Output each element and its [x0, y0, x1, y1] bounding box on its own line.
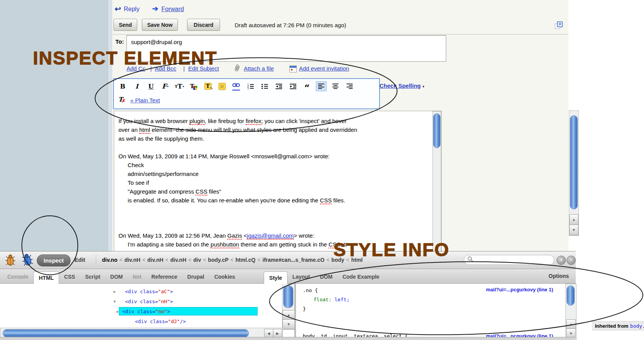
expand-icon[interactable]: ▶ [113, 287, 116, 297]
search-input[interactable] [473, 257, 544, 263]
scroll-up-button[interactable]: ▲ [569, 214, 578, 225]
firebug-tab-net[interactable]: Net [128, 270, 146, 284]
highlight-icon[interactable]: T✎ [202, 81, 213, 91]
plain-text-link[interactable]: « Plain Text [130, 97, 160, 103]
emoticon-icon[interactable]: ☺ [217, 81, 227, 91]
blockquote-icon[interactable]: “ [302, 81, 312, 91]
align-left-icon[interactable] [316, 81, 327, 91]
firebug-tab-reference[interactable]: Reference [146, 270, 182, 284]
breadcrumb-item[interactable]: div.no [102, 257, 117, 263]
numbered-list-icon[interactable]: 123 [245, 81, 256, 91]
tree-node[interactable]: <div class="dJ"/> [0, 317, 280, 327]
firebug-close-button[interactable]: × [567, 256, 576, 265]
page-scrollbar[interactable]: ▲ ▼ [569, 110, 579, 236]
firebug-tab-html[interactable]: HTML [33, 271, 59, 284]
indent-icon[interactable] [288, 81, 298, 91]
collapse-icon[interactable]: ▼ [113, 297, 116, 307]
firebug-tab-dom[interactable]: DOM [105, 270, 128, 284]
firebug-content: ▶<div class="aC">▼<div class="nH">▶<div … [0, 284, 576, 340]
css-selector[interactable]: .no { [303, 287, 318, 293]
message-line: "Aggregate and compress CSS files" [128, 187, 221, 196]
breadcrumb-item[interactable]: div.nH [147, 257, 163, 263]
inherited-element-link[interactable]: body [630, 323, 642, 329]
draft-status: Draft autosaved at 7:26 PM (0 minutes ag… [235, 22, 346, 28]
add-event-link[interactable]: Add event invitation [299, 65, 349, 72]
reply-arrow-icon: ↩ [115, 4, 121, 13]
message-line: admin/settings/performance [128, 169, 199, 178]
breadcrumb-item[interactable]: div [193, 257, 201, 263]
send-button[interactable]: Send [113, 19, 137, 31]
tree-node[interactable]: ▼<div class="nH"> [0, 297, 280, 307]
tree-node[interactable]: ▶<div class="aC"> [0, 287, 280, 297]
breadcrumb-item[interactable]: div.nH [124, 257, 140, 263]
font-icon[interactable]: F▾ [160, 81, 171, 91]
firebug-search-box[interactable] [464, 255, 554, 265]
remove-formatting-icon[interactable]: T✗ [117, 94, 127, 104]
bold-icon[interactable]: B [117, 81, 128, 91]
formatting-toolbar: BIUF▾TT▾TT✎☺123“ T✗ « Plain Text [113, 78, 380, 109]
insert-link-icon[interactable] [231, 81, 242, 91]
firebug-tab-drupal[interactable]: Drupal [182, 270, 209, 284]
message-line: On Wed, May 13, 2009 at 1:14 PM, Margie … [118, 152, 330, 161]
message-line: as well as the file supplying them. [118, 134, 204, 143]
tree-vscrollbar[interactable]: ▲ ▼ [282, 284, 295, 330]
firebug-tab-css[interactable]: CSS [59, 270, 80, 284]
firebug-detach-button[interactable]: ∗ [557, 256, 566, 265]
popout-icon[interactable] [554, 21, 564, 32]
css-declaration[interactable]: float: left; [314, 297, 350, 302]
style-side-tab-code-example[interactable]: Code Example [337, 270, 384, 284]
underline-icon[interactable]: U [146, 81, 156, 91]
tree-hscrollbar-thumb[interactable] [3, 329, 249, 337]
font-size-icon[interactable]: TT▾ [174, 81, 185, 91]
breadcrumb-item[interactable]: iframe#can...s_frame.cO [263, 257, 325, 263]
style-vscrollbar[interactable]: ▲ ▼ [565, 284, 577, 340]
style-side-tab-dom[interactable]: DOM [315, 270, 338, 284]
inherited-from-row: Inherited from body.cP [592, 321, 644, 330]
message-line: is enabled. If so, disable it. You can r… [128, 196, 345, 205]
save-now-button[interactable]: Save Now [142, 19, 178, 31]
check-spelling-link[interactable]: Check Spelling ▾ [380, 82, 424, 89]
page-left-panel [0, 0, 112, 253]
firebug-breadcrumb[interactable]: div.no<div.nH<div.nH<div.nH<div<body.cP<… [102, 257, 363, 263]
message-scrollbar[interactable] [432, 111, 441, 253]
tree-scroll-down-button[interactable]: ▼ [283, 319, 295, 329]
tree-vscrollbar-thumb[interactable] [283, 286, 293, 308]
window-bottom-edge [0, 337, 576, 340]
italic-icon[interactable]: I [131, 81, 142, 91]
to-value: support@drupal.org [131, 39, 182, 45]
text-color-icon[interactable]: T [188, 81, 199, 91]
tree-scroll-up-button[interactable]: ▲ [283, 310, 295, 320]
message-body[interactable]: If you install a web browser plugin, lik… [114, 111, 442, 253]
align-right-icon[interactable] [344, 81, 355, 91]
inspect-bug-icon[interactable] [19, 251, 36, 270]
breadcrumb-item[interactable]: div.nH [170, 257, 186, 263]
message-line: If you install a web browser plugin, lik… [118, 117, 347, 125]
style-info-annotation: STYLE INFO [334, 241, 450, 259]
discard-button[interactable]: Discard [187, 19, 220, 31]
align-center-icon[interactable] [330, 81, 341, 91]
outdent-icon[interactable] [273, 81, 284, 91]
style-vscrollbar-thumb[interactable] [567, 286, 575, 306]
firebug-tab-cookies[interactable]: Cookies [209, 270, 240, 284]
forward-link[interactable]: Forward [161, 6, 184, 13]
breadcrumb-item[interactable]: body.cP [208, 257, 228, 263]
style-side-tab-layout[interactable]: Layout [288, 270, 315, 284]
breadcrumb-item[interactable]: html.cQ [235, 257, 255, 263]
firebug-tab-console[interactable]: Console [2, 270, 33, 284]
scroll-down-button[interactable]: ▼ [569, 225, 578, 235]
style-scroll-up-button[interactable]: ▲ [566, 319, 576, 329]
bullet-list-icon[interactable] [259, 81, 270, 91]
attach-file-link[interactable]: Attach a file [244, 65, 274, 72]
page-scrollbar-thumb[interactable] [570, 115, 578, 209]
firebug-tab-script[interactable]: Script [80, 270, 105, 284]
tree-node[interactable]: ▶<div class="no"> [0, 307, 280, 317]
message-scrollbar-thumb[interactable] [433, 113, 440, 148]
css-source-link[interactable]: mail?ui=...pcgurkovy (line 1) [486, 287, 553, 292]
firebug-logo-icon[interactable] [4, 253, 17, 269]
reply-link[interactable]: Reply [124, 6, 140, 13]
style-side-tab-style[interactable]: Style [264, 271, 287, 284]
firebug-edit-button[interactable]: Edit [74, 256, 85, 263]
firebug-options-menu[interactable]: Options [549, 269, 576, 283]
firebug-inspect-button[interactable]: Inspect [37, 255, 71, 266]
message-line: To see if [128, 178, 149, 187]
